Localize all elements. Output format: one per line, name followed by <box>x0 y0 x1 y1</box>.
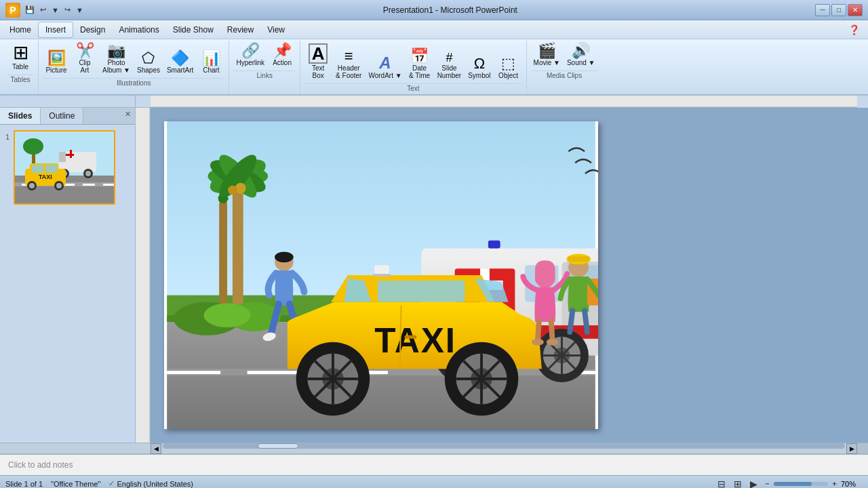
scroll-thumb[interactable] <box>258 443 298 449</box>
slides-panel: Slides Outline ✕ 1 <box>0 108 136 443</box>
sound-icon: 🔊 <box>572 43 590 58</box>
movie-button[interactable]: 🎬 Movie ▼ <box>531 42 563 68</box>
svg-text:TAXI: TAXI <box>374 321 456 360</box>
textbox-button[interactable]: A TextBox <box>304 42 332 81</box>
status-right: ⊟ ⊞ ▶ － ＋ 70% <box>715 478 863 489</box>
scrollbar-left-spacer <box>0 443 136 453</box>
save-button[interactable]: 💾 <box>23 5 37 15</box>
svg-point-27 <box>56 183 62 188</box>
menu-home[interactable]: Home <box>3 22 38 37</box>
ribbon-group-media: 🎬 Movie ▼ 🔊 Sound ▼ Media Clips <box>527 41 602 94</box>
language-info: ✓ English (United States) <box>108 479 193 488</box>
status-left: Slide 1 of 1 "Office Theme" ✓ English (U… <box>5 479 193 488</box>
table-button[interactable]: ⊞ Table <box>7 42 34 72</box>
svg-point-105 <box>547 339 559 346</box>
tab-slides[interactable]: Slides <box>0 108 41 124</box>
svg-rect-7 <box>83 184 95 186</box>
zoom-out-icon[interactable]: － <box>764 479 771 488</box>
svg-rect-45 <box>233 182 243 315</box>
svg-rect-39 <box>219 201 227 308</box>
slidenumber-button[interactable]: # SlideNumber <box>435 50 465 81</box>
ribbon-group-tables: ⊞ Table Tables <box>3 41 39 94</box>
ribbon-group-illustrations: 🖼️ Picture ✂️ ClipArt 📷 PhotoAlbum ▼ ⬠ S… <box>39 41 229 94</box>
svg-point-57 <box>275 251 294 262</box>
slideshow-button[interactable]: ▶ <box>748 478 760 489</box>
check-icon: ✓ <box>108 479 115 488</box>
hyperlink-icon: 🔗 <box>241 43 260 58</box>
menu-slideshow[interactable]: Slide Show <box>166 22 220 37</box>
shapes-button[interactable]: ⬠ Shapes <box>134 49 163 75</box>
datetime-button[interactable]: 📅 Date& Time <box>406 47 433 81</box>
headerfooter-icon: ≡ <box>344 49 353 64</box>
links-group-label: Links <box>233 70 296 80</box>
object-button[interactable]: ⬚ Object <box>495 55 522 81</box>
scroll-left-button[interactable]: ◀ <box>151 443 161 454</box>
slide-number-1: 1 <box>5 133 9 141</box>
help-button[interactable]: ❓ <box>843 24 865 35</box>
menu-review[interactable]: Review <box>220 22 260 37</box>
svg-rect-34 <box>167 371 220 374</box>
status-bar: Slide 1 of 1 "Office Theme" ✓ English (U… <box>0 475 868 488</box>
more-button[interactable]: ▼ <box>74 5 85 15</box>
zoom-slider[interactable] <box>774 482 828 486</box>
tables-group-label: Tables <box>7 75 34 84</box>
zoom-level[interactable]: 70% <box>841 480 863 488</box>
slide-thumbnail-1[interactable]: TAXI <box>14 130 115 205</box>
slide-1-container: 1 <box>5 130 130 205</box>
notes-placeholder: Click to add notes <box>8 460 73 470</box>
clipart-button[interactable]: ✂️ ClipArt <box>71 42 98 75</box>
minimize-button[interactable]: ─ <box>815 4 830 16</box>
canvas-wrapper: TAXI <box>151 108 868 443</box>
headerfooter-button[interactable]: ≡ Header& Footer <box>333 47 364 81</box>
smartart-icon: 🔷 <box>171 51 189 66</box>
tab-outline[interactable]: Outline <box>41 108 83 124</box>
undo-arrow[interactable]: ▼ <box>50 5 61 15</box>
smartart-button[interactable]: 🔷 SmartArt <box>164 49 196 75</box>
picture-button[interactable]: 🖼️ Picture <box>43 49 70 75</box>
scroll-right-button[interactable]: ▶ <box>846 443 857 454</box>
scroll-track[interactable] <box>163 443 845 449</box>
notes-area[interactable]: Click to add notes <box>0 453 868 475</box>
menu-animations[interactable]: Animations <box>112 22 165 37</box>
menu-insert[interactable]: Insert <box>38 22 73 38</box>
illustrations-group-label: Illustrations <box>43 78 224 87</box>
menu-design[interactable]: Design <box>73 22 112 37</box>
ribbon: ⊞ Table Tables 🖼️ Picture ✂️ ClipArt 📷 <box>0 39 868 96</box>
wordart-button[interactable]: A WordArt ▼ <box>366 54 404 81</box>
menu-view[interactable]: View <box>260 22 292 37</box>
ribbon-groups: ⊞ Table Tables 🖼️ Picture ✂️ ClipArt 📷 <box>3 41 865 94</box>
photoalbum-button[interactable]: 📷 PhotoAlbum ▼ <box>100 42 133 75</box>
symbol-button[interactable]: Ω Symbol <box>465 55 493 81</box>
action-button[interactable]: 📌 Action <box>269 42 296 68</box>
sound-button[interactable]: 🔊 Sound ▼ <box>564 42 598 68</box>
scrollbar-corner-spacer <box>136 443 151 453</box>
ruler-corner <box>136 96 151 108</box>
svg-rect-108 <box>568 256 589 262</box>
svg-rect-14 <box>70 150 72 158</box>
normal-view-button[interactable]: ⊟ <box>715 478 728 489</box>
chart-button[interactable]: 📊 Chart <box>197 49 224 75</box>
undo-button[interactable]: ↩ <box>38 5 48 15</box>
close-panel-button[interactable]: ✕ <box>121 108 135 124</box>
svg-rect-35 <box>248 371 301 374</box>
window-title: Presentation1 - Microsoft PowerPoint <box>383 5 517 15</box>
ruler-right-spacer <box>857 96 868 108</box>
slides-tabs: Slides Outline ✕ <box>0 108 135 125</box>
vertical-ruler <box>136 108 151 443</box>
svg-rect-68 <box>488 241 500 249</box>
v-ruler-svg <box>136 108 151 443</box>
slide-canvas[interactable]: TAXI <box>164 121 598 429</box>
table-icon: ⊞ <box>13 43 28 62</box>
svg-rect-8 <box>103 184 115 186</box>
scrollbar-area: ◀ ▶ <box>0 443 868 453</box>
zoom-in-icon[interactable]: ＋ <box>831 479 838 488</box>
hyperlink-button[interactable]: 🔗 Hyperlink <box>233 42 267 68</box>
textbox-icon: A <box>309 43 328 64</box>
close-button[interactable]: ✕ <box>848 4 863 16</box>
office-logo: P <box>5 3 20 18</box>
chart-icon: 📊 <box>202 51 220 66</box>
svg-point-55 <box>203 303 250 327</box>
redo-button[interactable]: ↪ <box>62 5 73 15</box>
maximize-button[interactable]: □ <box>831 4 846 16</box>
slide-sorter-button[interactable]: ⊞ <box>732 478 744 489</box>
